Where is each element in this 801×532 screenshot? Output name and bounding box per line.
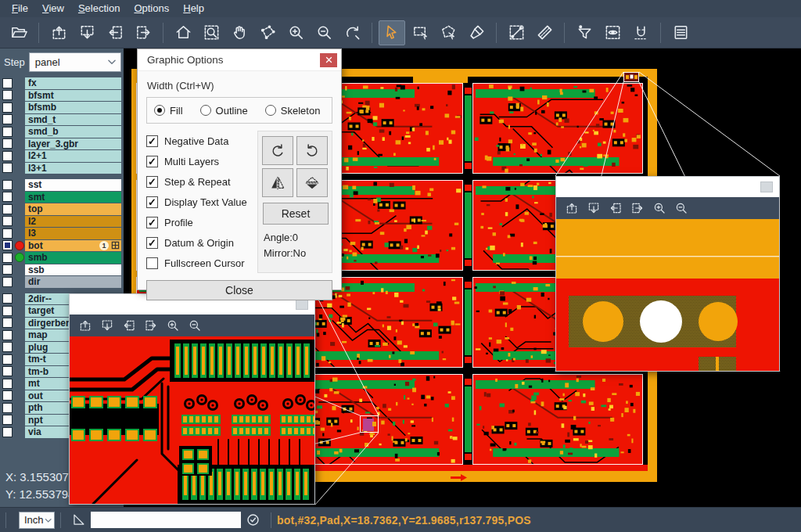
layer-checkbox-smd_b[interactable] [2, 127, 13, 137]
layer-name-ssb[interactable]: ssb [25, 264, 121, 276]
layer-checkbox-smt[interactable] [2, 192, 13, 202]
layer-panel-tool-button[interactable] [667, 20, 694, 45]
layer-checkbox-bot[interactable] [2, 240, 13, 250]
layer-name-sst[interactable]: sst [25, 179, 121, 191]
open-folder-tool-button[interactable] [5, 20, 32, 45]
layer-checkbox-sst[interactable] [2, 180, 13, 190]
layer-checkbox-via[interactable] [2, 427, 13, 437]
nudge-left-tool-button[interactable] [102, 20, 128, 45]
nudge-up-button[interactable] [561, 199, 583, 217]
layer-name-top[interactable]: top [25, 203, 121, 215]
layer-name-dir[interactable]: dir [25, 276, 121, 288]
nudge-right-button[interactable] [140, 316, 162, 335]
rotate-ccw-button[interactable] [296, 136, 328, 165]
clean-brush-tool-button[interactable] [463, 20, 490, 45]
layer-checkbox-l3[interactable] [2, 228, 13, 239]
checkbox-display-text-value[interactable]: ✓Display Text Value [146, 192, 256, 212]
rect-select-tool-button[interactable] [407, 20, 433, 45]
step-selector[interactable]: panel [29, 52, 121, 72]
rotate-cw-button[interactable] [262, 136, 293, 165]
layer-checkbox-dir[interactable] [2, 277, 13, 287]
zoom-in-button[interactable] [162, 316, 184, 335]
nudge-left-button[interactable] [605, 199, 627, 217]
layer-checkbox-l2+1[interactable] [2, 151, 13, 161]
reset-button[interactable]: Reset [263, 203, 329, 225]
layer-checkbox-tm-b[interactable] [2, 366, 13, 376]
eye-preview-tool-button[interactable] [599, 20, 626, 45]
layer-name-smt[interactable]: smt [25, 192, 121, 203]
layer-name-l3[interactable]: l3 [25, 228, 121, 239]
checkbox-datum-origin[interactable]: ✓Datum & Origin [146, 232, 256, 253]
pan-hand-tool-button[interactable] [226, 20, 253, 45]
layer-name-bfsmb[interactable]: bfsmb [25, 102, 121, 113]
layer-checkbox-tm-t[interactable] [2, 354, 13, 365]
close-button[interactable]: Close [146, 280, 332, 300]
checkbox-profile[interactable]: ✓Profile [146, 212, 256, 232]
snap-magnet-tool-button[interactable] [627, 20, 654, 45]
nudge-up-button[interactable] [74, 316, 96, 335]
layer-checkbox-mt[interactable] [2, 379, 13, 389]
layer-checkbox-out[interactable] [2, 390, 13, 401]
layer-name-smd_t[interactable]: smd_t [25, 114, 121, 126]
zoom-window-tool-button[interactable] [198, 20, 224, 45]
layer-name-layer_3.gbr[interactable]: layer_3.gbr [25, 138, 121, 150]
menu-view[interactable]: View [35, 0, 71, 17]
radio-outline[interactable]: Outline [200, 105, 248, 117]
layer-checkbox-dirgerber[interactable] [2, 318, 13, 328]
layer-checkbox-npt[interactable] [2, 415, 13, 425]
menu-options[interactable]: Options [127, 0, 176, 17]
layer-checkbox-top[interactable] [2, 204, 13, 214]
nudge-left-button[interactable] [118, 316, 140, 335]
unit-selector[interactable]: Inch [19, 512, 55, 529]
layer-checkbox-smd_t[interactable] [2, 114, 13, 124]
layer-name-l3+1[interactable]: l3+1 [25, 163, 121, 174]
layer-name-bfsmt[interactable]: bfsmt [25, 90, 121, 102]
layer-checkbox-map[interactable] [2, 330, 13, 340]
layer-checkbox-l2[interactable] [2, 216, 13, 226]
layer-checkbox-target[interactable] [2, 306, 13, 316]
nudge-down-tool-button[interactable] [74, 20, 100, 45]
dialog-titlebar[interactable]: Graphic Options [138, 49, 341, 71]
layer-checkbox-bfsmb[interactable] [2, 102, 13, 113]
zoom-in-button[interactable] [648, 199, 670, 217]
layer-checkbox-smb[interactable] [2, 253, 13, 263]
zoom-in-tool-button[interactable] [282, 20, 309, 45]
zoom-previous-tool-button[interactable] [339, 20, 365, 45]
checkbox-negative-data[interactable]: ✓Negative Data [146, 131, 256, 151]
nudge-right-button[interactable] [627, 199, 648, 217]
layer-name-l2[interactable]: l2 [25, 216, 121, 228]
menu-help[interactable]: Help [176, 0, 211, 17]
layer-checkbox-layer_3.gbr[interactable] [2, 138, 13, 149]
zoom-out-button[interactable] [184, 316, 206, 335]
radio-fill[interactable]: Fill [154, 105, 183, 117]
command-input[interactable] [91, 512, 241, 528]
mirror-h-button[interactable] [262, 168, 293, 197]
layer-checkbox-fx[interactable] [2, 78, 13, 88]
layer-name-bot[interactable]: bot1 [25, 240, 121, 252]
filter-tool-button[interactable] [571, 20, 598, 45]
layer-checkbox-l3+1[interactable] [2, 163, 13, 173]
checkbox-multi-layers[interactable]: ✓Multi Layers [146, 151, 256, 171]
checkbox-step-repeat[interactable]: ✓Step & Repeat [146, 171, 256, 192]
zoom-polygon-tool-button[interactable] [254, 20, 281, 45]
layer-checkbox-bfsmt[interactable] [2, 90, 13, 100]
magnifier-titlebar[interactable] [556, 177, 779, 197]
measure-line-tool-button[interactable] [503, 20, 530, 45]
home-tool-button[interactable] [170, 20, 196, 45]
menu-file[interactable]: File [5, 0, 35, 17]
magnified-pcb-view[interactable] [556, 219, 779, 371]
select-arrow-tool-button[interactable] [379, 20, 405, 45]
zoom-out-button[interactable] [670, 199, 692, 217]
dialog-close-button[interactable] [320, 53, 337, 67]
layer-checkbox-ssb[interactable] [2, 264, 13, 275]
zoom-out-tool-button[interactable] [311, 20, 337, 45]
nudge-down-button[interactable] [96, 316, 118, 335]
nudge-down-button[interactable] [583, 199, 605, 217]
layer-name-smb[interactable]: smb [25, 252, 121, 264]
layer-name-l2+1[interactable]: l2+1 [25, 150, 121, 162]
nudge-up-tool-button[interactable] [45, 20, 72, 45]
corner-angle-icon[interactable] [71, 512, 86, 527]
nudge-right-tool-button[interactable] [130, 20, 156, 45]
layer-name-fx[interactable]: fx [25, 77, 121, 89]
layer-name-smd_b[interactable]: smd_b [25, 126, 121, 138]
